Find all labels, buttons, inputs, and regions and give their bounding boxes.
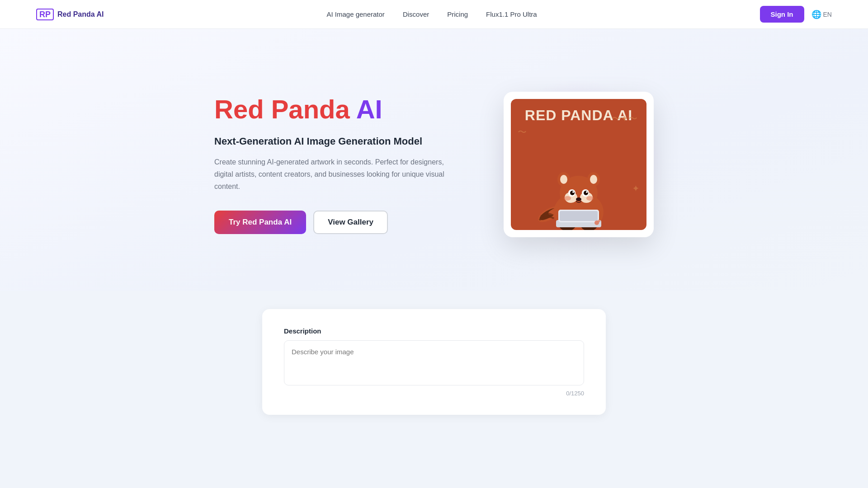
- svg-point-10: [590, 175, 597, 184]
- hero-description: Create stunning AI-generated artwork in …: [214, 156, 449, 193]
- red-panda-illustration: [531, 144, 626, 230]
- nav-discover[interactable]: Discover: [403, 10, 429, 18]
- svg-point-15: [570, 191, 575, 195]
- svg-point-19: [576, 197, 581, 201]
- logo-text: Red Panda AI: [57, 10, 104, 19]
- hero-section: Red Panda AI Next-Generation AI Image Ge…: [0, 29, 868, 291]
- svg-point-9: [560, 175, 567, 184]
- swirl-decoration-3: 〜: [518, 126, 527, 138]
- svg-rect-26: [560, 211, 598, 221]
- nav-flux-pro[interactable]: Flux1.1 Pro Ultra: [486, 10, 537, 18]
- hero-content: Red Panda AI Next-Generation AI Image Ge…: [214, 95, 449, 234]
- hero-title: Red Panda AI: [214, 95, 449, 124]
- svg-point-18: [586, 191, 588, 193]
- description-textarea[interactable]: [284, 340, 584, 385]
- logo-rp-badge: RP: [36, 9, 54, 20]
- description-section: Description 0/1250: [0, 291, 868, 442]
- svg-point-16: [584, 191, 588, 195]
- hero-buttons: Try Red Panda AI View Gallery: [214, 211, 449, 234]
- hero-title-red: Red Panda: [214, 94, 350, 124]
- navbar-actions: Sign In 🌐 EN: [760, 6, 832, 23]
- language-label: EN: [823, 11, 832, 18]
- gallery-button[interactable]: View Gallery: [313, 211, 388, 234]
- hero-title-purple: AI: [350, 94, 382, 124]
- svg-point-20: [564, 196, 571, 201]
- navbar: RP Red Panda AI AI Image generator Disco…: [0, 0, 868, 29]
- hero-card-inner: RED PANDA AI 〜✦〜 ✦ 〜: [511, 99, 646, 230]
- hero-image-wrapper: RED PANDA AI 〜✦〜 ✦ 〜: [504, 92, 654, 237]
- svg-point-28: [598, 220, 600, 222]
- svg-point-21: [586, 196, 594, 201]
- hero-card: RED PANDA AI 〜✦〜 ✦ 〜: [504, 92, 654, 237]
- swirl-decoration-1: 〜✦〜: [612, 113, 637, 125]
- main-nav: AI Image generator Discover Pricing Flux…: [326, 10, 537, 18]
- description-card: Description 0/1250: [262, 309, 606, 415]
- svg-point-17: [572, 191, 574, 193]
- signin-button[interactable]: Sign In: [760, 6, 804, 23]
- nav-pricing[interactable]: Pricing: [447, 10, 468, 18]
- nav-ai-image-generator[interactable]: AI Image generator: [326, 10, 384, 18]
- language-switcher[interactable]: 🌐 EN: [811, 9, 832, 19]
- hero-subtitle: Next-Generation AI Image Generation Mode…: [214, 135, 449, 149]
- language-icon: 🌐: [811, 9, 821, 19]
- character-counter: 0/1250: [284, 390, 584, 397]
- logo-link[interactable]: RP Red Panda AI: [36, 9, 104, 20]
- swirl-decoration-2: ✦: [632, 183, 640, 194]
- try-button[interactable]: Try Red Panda AI: [214, 211, 306, 234]
- description-label: Description: [284, 327, 584, 335]
